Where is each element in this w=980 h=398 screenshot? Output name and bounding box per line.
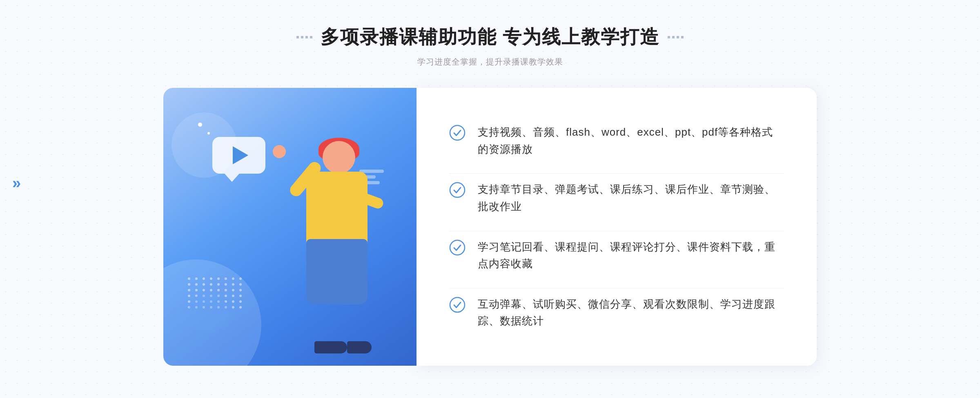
check-icon-4	[449, 297, 466, 313]
title-dots-left	[296, 36, 312, 38]
left-chevron-decoration: »	[12, 174, 21, 192]
header-section: 多项录播课辅助功能 专为线上教学打造 学习进度全掌握，提升录播课教学效果	[296, 25, 684, 67]
feature-item-3: 学习笔记回看、课程提问、课程评论打分、课件资料下载，重点内容收藏	[449, 231, 784, 280]
feature-text-2: 支持章节目录、弹题考试、课后练习、课后作业、章节测验、批改作业	[478, 181, 784, 215]
page-title: 多项录播课辅助功能 专为线上教学打造	[321, 25, 660, 50]
char-shoe-right	[347, 341, 372, 353]
char-shoe-left	[314, 341, 347, 353]
feature-item-4: 互动弹幕、试听购买、微信分享、观看次数限制、学习进度跟踪、数据统计	[449, 288, 784, 337]
page-container: 多项录播课辅助功能 专为线上教学打造 学习进度全掌握，提升录播课教学效果 »	[0, 0, 980, 366]
deco-circle-blue	[188, 292, 229, 333]
title-row: 多项录播课辅助功能 专为线上教学打造	[296, 25, 684, 50]
content-area: 支持视频、音频、flash、word、excel、ppt、pdf等各种格式的资源…	[163, 88, 817, 366]
feature-text-1: 支持视频、音频、flash、word、excel、ppt、pdf等各种格式的资源…	[478, 124, 784, 158]
play-bubble-tail	[225, 174, 239, 182]
check-icon-1	[449, 125, 466, 141]
check-icon-3	[449, 239, 466, 256]
char-body	[306, 172, 368, 245]
svg-point-2	[450, 240, 465, 255]
char-pants	[306, 239, 368, 304]
char-hand-right	[273, 145, 286, 158]
char-head	[323, 141, 355, 174]
illustration-panel	[163, 88, 416, 366]
svg-point-3	[450, 297, 465, 312]
character-illustration	[270, 141, 400, 353]
feature-text-3: 学习笔记回看、课程提问、课程评论打分、课件资料下载，重点内容收藏	[478, 239, 784, 273]
page-subtitle: 学习进度全掌握，提升录播课教学效果	[296, 56, 684, 67]
title-dots-right	[668, 36, 684, 38]
feature-text-4: 互动弹幕、试听购买、微信分享、观看次数限制、学习进度跟踪、数据统计	[478, 296, 784, 330]
check-icon-2	[449, 182, 466, 198]
feature-item-2: 支持章节目录、弹题考试、课后练习、课后作业、章节测验、批改作业	[449, 173, 784, 222]
features-panel: 支持视频、音频、flash、word、excel、ppt、pdf等各种格式的资源…	[416, 88, 817, 366]
svg-point-1	[450, 183, 465, 197]
svg-point-0	[450, 125, 465, 140]
feature-item-1: 支持视频、音频、flash、word、excel、ppt、pdf等各种格式的资源…	[449, 116, 784, 165]
